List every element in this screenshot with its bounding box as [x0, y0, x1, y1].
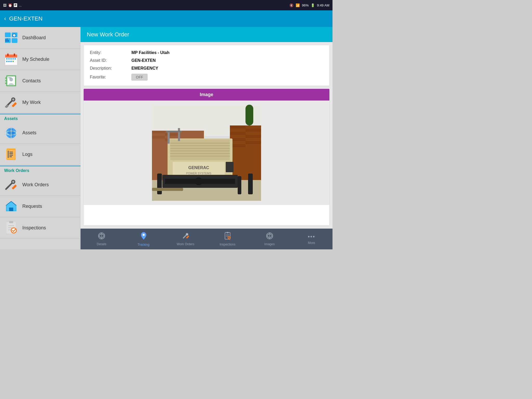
svg-rect-93 — [157, 174, 162, 194]
svg-rect-34 — [12, 102, 17, 107]
battery-icon: 🔋 — [311, 3, 315, 7]
workorders-nav-label: Work Orders — [177, 242, 194, 246]
details-label: Details — [97, 242, 106, 246]
sidebar-item-contacts[interactable]: Contacts — [0, 70, 81, 92]
sidebar-item-mywork[interactable]: My Work — [0, 92, 81, 113]
svg-rect-5 — [7, 38, 8, 42]
sidebar-item-logs[interactable]: Logs — [0, 144, 81, 165]
app-title: GEN-EXTEN — [9, 15, 42, 22]
svg-rect-63 — [245, 105, 253, 125]
main-layout: DashBoard — [0, 27, 332, 249]
svg-rect-99 — [166, 131, 182, 132]
contacts-icon — [4, 74, 18, 88]
svg-point-27 — [9, 78, 13, 81]
wifi-icon: 📶 — [296, 3, 300, 7]
svg-rect-20 — [10, 61, 12, 62]
svg-text:POWER SYSTEMS: POWER SYSTEMS — [186, 172, 211, 175]
svg-rect-95 — [238, 176, 241, 194]
svg-rect-91 — [226, 162, 234, 172]
svg-rect-19 — [8, 61, 10, 62]
svg-rect-73 — [152, 131, 165, 133]
more-label: More — [308, 241, 315, 245]
nav-item-more[interactable]: ••• More — [290, 231, 332, 247]
sidebar-item-inspections[interactable]: Inspections — [0, 217, 81, 239]
svg-rect-6 — [8, 40, 9, 42]
sidebar-item-schedule[interactable]: My Schedule — [0, 49, 81, 70]
mywork-icon — [4, 95, 18, 109]
bottom-nav: Details Tracking — [81, 229, 332, 249]
svg-rect-21 — [12, 61, 14, 62]
nav-item-inspections[interactable]: Inspections — [207, 230, 249, 248]
sidebar-item-workorders[interactable]: Work Orders — [0, 174, 81, 196]
work-order-header: New Work Order — [81, 27, 332, 42]
mute-icon: 🔇 — [289, 3, 294, 7]
back-button[interactable]: ‹ — [4, 15, 6, 22]
svg-rect-40 — [8, 151, 9, 158]
svg-rect-109 — [227, 232, 229, 233]
nav-item-details[interactable]: Details — [81, 230, 123, 248]
svg-rect-16 — [12, 58, 14, 59]
svg-point-47 — [12, 181, 14, 183]
svg-point-103 — [143, 234, 145, 236]
svg-rect-26 — [5, 83, 7, 84]
svg-rect-12 — [14, 54, 15, 56]
assets-section-header: Assets — [0, 114, 81, 122]
svg-rect-98 — [178, 128, 180, 141]
svg-rect-65 — [230, 125, 245, 129]
workorders-nav-icon — [182, 232, 189, 241]
svg-rect-70 — [245, 141, 261, 144]
svg-rect-68 — [245, 135, 261, 138]
svg-rect-18 — [6, 61, 8, 62]
entity-row: Entity: MP Facilities - Utah — [90, 50, 323, 55]
svg-rect-24 — [5, 77, 7, 79]
current-time: 9:49 AM — [317, 3, 329, 7]
nav-item-workorders[interactable]: Work Orders — [164, 230, 207, 248]
image-section: Image — [84, 89, 329, 225]
photo-icon: 🖼 — [3, 3, 6, 7]
svg-rect-75 — [152, 136, 165, 138]
svg-rect-4 — [5, 39, 6, 42]
schedule-label: My Schedule — [22, 57, 49, 62]
sidebar: DashBoard — [0, 27, 81, 249]
contacts-label: Contacts — [22, 78, 41, 84]
svg-rect-74 — [165, 133, 178, 136]
image-section-header: Image — [84, 89, 329, 101]
inspections-label: Inspections — [22, 225, 46, 231]
sidebar-item-assets[interactable]: Assets — [0, 122, 81, 144]
svg-rect-11 — [7, 54, 9, 56]
image-container: GENERAC POWER SYSTEMS — [84, 101, 329, 205]
details-icon — [98, 232, 105, 241]
images-icon — [266, 232, 273, 241]
battery-level: 96% — [302, 3, 309, 7]
svg-rect-25 — [5, 80, 7, 81]
nav-item-tracking[interactable]: Tracking — [123, 230, 165, 249]
sidebar-item-requests[interactable]: Requests — [0, 196, 81, 217]
svg-rect-44 — [9, 156, 12, 157]
asset-id-value: GEN-EXTEN — [131, 58, 323, 63]
svg-rect-66 — [245, 129, 261, 132]
svg-rect-79 — [170, 139, 230, 160]
svg-rect-13 — [6, 58, 8, 59]
status-bar: 🖼 ⏰ P ... 🔇 📶 96% 🔋 9:49 AM — [0, 0, 332, 10]
tracking-label: Tracking — [138, 243, 150, 247]
svg-text:GENERAC: GENERAC — [188, 165, 209, 170]
svg-rect-107 — [186, 235, 189, 238]
description-value: EMERGENCY — [131, 66, 323, 71]
svg-rect-94 — [248, 174, 253, 194]
favorite-toggle[interactable]: OFF — [131, 74, 148, 81]
svg-rect-43 — [9, 155, 13, 156]
svg-rect-17 — [15, 58, 16, 59]
info-card: Entity: MP Facilities - Utah Asset ID: G… — [84, 45, 329, 86]
svg-line-104 — [183, 235, 187, 238]
dashboard-icon — [4, 31, 18, 45]
svg-marker-52 — [9, 208, 13, 211]
svg-rect-108 — [225, 232, 230, 239]
sidebar-item-dashboard[interactable]: DashBoard — [0, 27, 81, 49]
tracking-icon — [140, 232, 147, 242]
inspections-nav-label: Inspections — [220, 243, 236, 246]
nav-item-images[interactable]: Images — [249, 230, 291, 248]
schedule-icon — [4, 52, 18, 66]
assets-label: Assets — [22, 130, 36, 136]
logs-label: Logs — [22, 152, 32, 157]
workorders-section-header: Work Orders — [0, 166, 81, 174]
